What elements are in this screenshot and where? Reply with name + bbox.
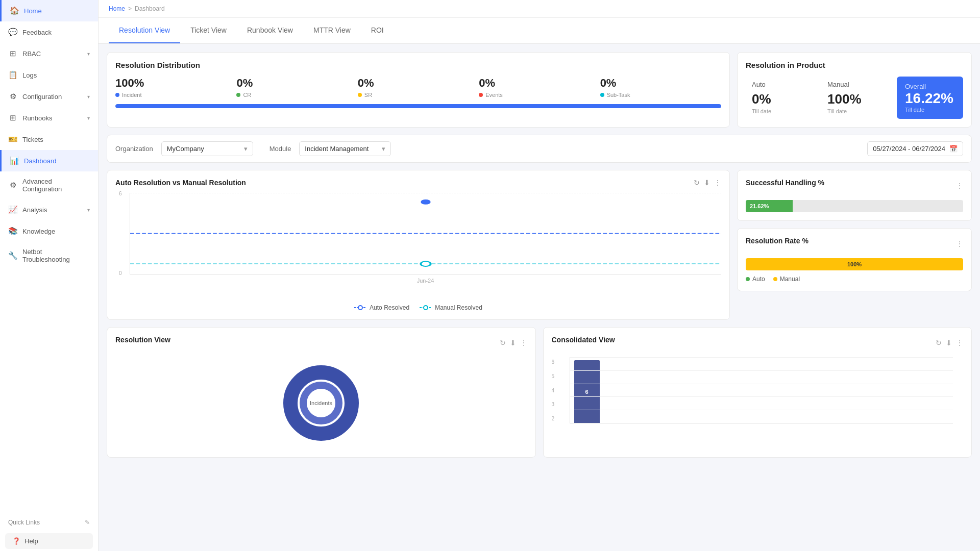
- rate-manual-label: Manual: [780, 276, 800, 283]
- home-icon: 🏠: [10, 6, 19, 15]
- metric-cr: 0% CR: [236, 77, 357, 98]
- help-label: Help: [24, 537, 38, 545]
- chevron-down-icon: ▾: [87, 115, 90, 121]
- y-label-max: 6: [119, 191, 122, 196]
- org-filter-select[interactable]: MyCompany ▾: [161, 141, 253, 156]
- manual-sub: Till date: [827, 108, 891, 114]
- consolidated-view-title: Consolidated View: [552, 336, 615, 344]
- metric-events-value: 0%: [479, 77, 600, 90]
- resolution-distribution-title: Resolution Distribution: [115, 61, 721, 69]
- chevron-down-icon: ▾: [87, 94, 90, 99]
- sidebar-item-runbooks-label: Runbooks: [22, 114, 82, 122]
- cv-more-icon[interactable]: ⋮: [956, 339, 963, 347]
- tab-ticket-view[interactable]: Ticket View: [180, 18, 237, 43]
- dashboard-icon: 📊: [10, 156, 19, 165]
- resolution-rate-card: Resolution Rate % ⋮ 100%: [737, 228, 972, 291]
- breadcrumb-current: Dashboard: [135, 5, 165, 12]
- calendar-icon: 📅: [949, 145, 958, 153]
- module-filter-select[interactable]: Incident Management ▾: [299, 141, 391, 156]
- help-button[interactable]: ❓ Help: [5, 533, 93, 549]
- sidebar-item-dashboard[interactable]: 📊 Dashboard: [0, 150, 98, 171]
- help-icon: ❓: [12, 537, 20, 545]
- bottom-row: Resolution View ↻ ⬇ ⋮: [107, 327, 972, 458]
- handling-more-icon[interactable]: ⋮: [956, 182, 963, 190]
- tab-runbook-view[interactable]: Runbook View: [237, 18, 303, 43]
- tab-resolution-view[interactable]: Resolution View: [109, 18, 180, 43]
- configuration-icon: ⚙: [8, 92, 17, 101]
- resolution-in-product-title: Resolution in Product: [746, 61, 963, 69]
- bar-y-2: 2: [552, 416, 555, 421]
- analysis-icon: 📈: [8, 205, 17, 214]
- advanced-config-icon: ⚙: [8, 181, 17, 190]
- cv-refresh-icon[interactable]: ↻: [936, 339, 942, 347]
- tab-roi[interactable]: ROI: [361, 18, 394, 43]
- sidebar-item-dashboard-label: Dashboard: [24, 157, 90, 165]
- quick-links-label: Quick Links: [8, 519, 40, 526]
- rate-auto-label: Auto: [752, 276, 765, 283]
- auto-sub: Till date: [752, 108, 815, 114]
- right-panel: Successful Handling % ⋮ 21.62%: [737, 170, 972, 320]
- bar-y-5: 5: [552, 373, 555, 379]
- edit-icon[interactable]: ✎: [85, 519, 90, 526]
- more-options-icon[interactable]: ⋮: [714, 179, 721, 187]
- events-label: Events: [485, 92, 503, 98]
- date-range-picker[interactable]: 05/27/2024 - 06/27/2024 📅: [867, 141, 963, 156]
- metric-subtask-value: 0%: [600, 77, 721, 90]
- x-label: Jun-24: [130, 278, 721, 284]
- top-row: Resolution Distribution 100% Incident 0%: [107, 52, 972, 128]
- rate-progress-bar: 100%: [746, 258, 963, 270]
- sidebar-item-advanced-configuration[interactable]: ⚙ Advanced Configuration: [0, 171, 98, 199]
- sidebar-item-tickets[interactable]: 🎫 Tickets: [0, 129, 98, 150]
- metric-sr-value: 0%: [358, 77, 479, 90]
- module-filter-value: Incident Management: [305, 145, 369, 153]
- sidebar-item-rbac-label: RBAC: [22, 50, 82, 58]
- tab-mttr-view[interactable]: MTTR View: [303, 18, 361, 43]
- sidebar-item-knowledge-label: Knowledge: [22, 228, 90, 235]
- org-filter-label: Organization: [115, 145, 153, 153]
- bar-y-3: 3: [552, 402, 555, 407]
- refresh-icon[interactable]: ↻: [694, 179, 700, 187]
- resolution-in-product-card: Resolution in Product Auto 0% Till date …: [737, 52, 972, 128]
- runbooks-icon: ⊞: [8, 113, 17, 122]
- sidebar-item-home-label: Home: [24, 7, 90, 15]
- sidebar-item-configuration[interactable]: ⚙ Configuration ▾: [0, 86, 98, 107]
- sidebar-item-rbac[interactable]: ⊞ RBAC ▾: [0, 43, 98, 64]
- sidebar-item-runbooks[interactable]: ⊞ Runbooks ▾: [0, 107, 98, 129]
- dashboard-content-area: Resolution Distribution 100% Incident 0%: [99, 44, 980, 551]
- bar-y-4: 4: [552, 388, 555, 393]
- sidebar-item-feedback[interactable]: 💬 Feedback: [0, 21, 98, 43]
- rv-more-icon[interactable]: ⋮: [520, 339, 527, 347]
- metric-cr-value: 0%: [236, 77, 357, 90]
- sidebar-item-analysis[interactable]: 📈 Analysis ▾: [0, 199, 98, 220]
- metric-events: 0% Events: [479, 77, 600, 98]
- handling-progress-fill: 21.62%: [746, 200, 793, 212]
- org-chevron-down-icon: ▾: [244, 145, 248, 153]
- sidebar-item-home[interactable]: 🏠 Home: [0, 0, 98, 21]
- rate-legend: Auto Manual: [746, 276, 963, 283]
- manual-col: Manual 100% Till date: [821, 77, 897, 119]
- sidebar-item-knowledge[interactable]: 📚 Knowledge: [0, 220, 98, 242]
- sidebar-item-tickets-label: Tickets: [22, 136, 90, 143]
- cv-download-icon[interactable]: ⬇: [946, 339, 952, 347]
- breadcrumb-home[interactable]: Home: [109, 5, 125, 12]
- donut-chart: Incidents: [280, 362, 362, 444]
- chart-actions: ↻ ⬇ ⋮: [694, 179, 721, 187]
- sidebar-item-netbot-troubleshooting[interactable]: 🔧 Netbot Troubleshooting: [0, 242, 98, 269]
- filter-row: Organization MyCompany ▾ Module Incident…: [107, 135, 972, 163]
- rv-refresh-icon[interactable]: ↻: [500, 339, 506, 347]
- rv-download-icon[interactable]: ⬇: [510, 339, 516, 347]
- download-icon[interactable]: ⬇: [704, 179, 710, 187]
- svg-point-7: [424, 306, 428, 310]
- sidebar-item-configuration-label: Configuration: [22, 93, 82, 101]
- date-range-value: 05/27/2024 - 06/27/2024: [873, 145, 945, 153]
- sidebar-item-logs[interactable]: 📋 Logs: [0, 64, 98, 86]
- rate-more-icon[interactable]: ⋮: [956, 240, 963, 248]
- legend-auto-resolved: Auto Resolved: [354, 304, 409, 311]
- resolution-view-title: Resolution View: [115, 336, 170, 344]
- overall-col: Overall 16.22% Till date: [897, 77, 963, 119]
- manual-resolved-legend-icon: [420, 305, 432, 311]
- breadcrumb: Home > Dashboard: [99, 0, 980, 18]
- chart-header: Auto Resolution vs Manual Resolution ↻ ⬇…: [115, 179, 721, 187]
- sidebar-item-analysis-label: Analysis: [22, 206, 82, 214]
- sidebar-item-logs-label: Logs: [22, 71, 90, 79]
